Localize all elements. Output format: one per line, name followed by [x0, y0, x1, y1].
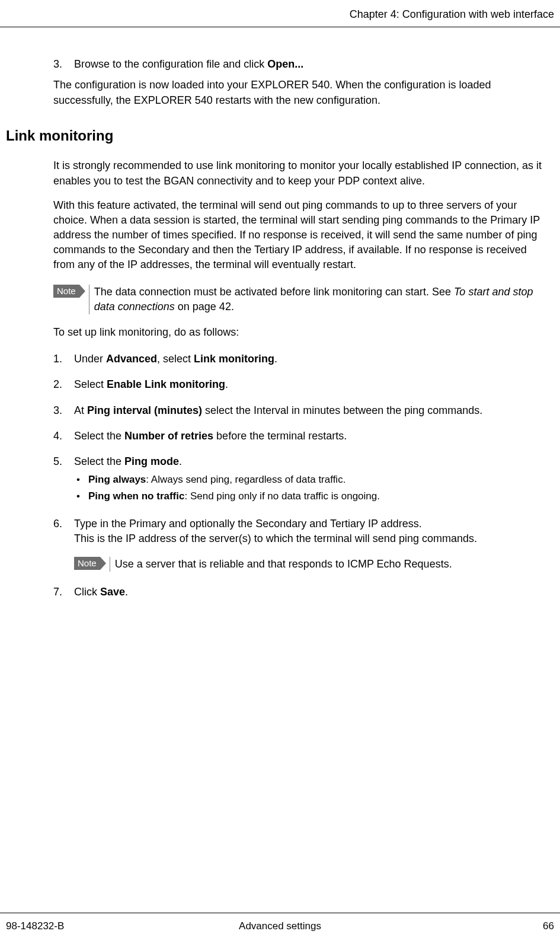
bullet-item: •Ping when no traffic: Send ping only if… — [74, 489, 548, 503]
step-body: Click Save. — [74, 585, 548, 600]
text: : Send ping only if no data traffic is o… — [184, 490, 380, 502]
step-number: 3. — [53, 403, 74, 418]
step-body: Browse to the configuration file and cli… — [74, 57, 548, 72]
text: Save — [100, 586, 125, 598]
text: . — [125, 586, 128, 598]
text: Link monitoring — [194, 353, 274, 365]
footer-section: Advanced settings — [239, 919, 321, 933]
text: Under — [74, 353, 106, 365]
note-label: Note — [74, 557, 100, 570]
step-body: At Ping interval (minutes) select the In… — [74, 403, 548, 418]
bullet-item: •Ping always: Always send ping, regardle… — [74, 473, 548, 487]
note-block: NoteUse a server that is reliable and th… — [74, 557, 548, 572]
page-number: 66 — [543, 919, 554, 933]
text: Enable Link monitoring — [107, 378, 225, 390]
page-header: Chapter 4: Configuration with web interf… — [0, 0, 560, 27]
setup-intro: To set up link monitoring, do as follows… — [53, 325, 548, 340]
text: Number of retries — [124, 430, 213, 442]
step-number: 7. — [53, 585, 74, 600]
text: Advanced — [106, 353, 157, 365]
intro-paragraph: The configuration is now loaded into you… — [53, 78, 548, 107]
step-body: Type in the Primary and optionally the S… — [74, 517, 548, 575]
step-body: Under Advanced, select Link monitoring. — [74, 352, 548, 366]
bullet-dot: • — [74, 489, 88, 503]
text: Select — [74, 378, 107, 390]
text: , select — [157, 353, 194, 365]
note-block-1: Note The data connection must be activat… — [53, 285, 548, 314]
text: . — [179, 455, 182, 467]
step-number: 4. — [53, 429, 74, 444]
text: Select the — [74, 455, 124, 467]
text: Ping always — [88, 474, 146, 485]
step-6: 6.Type in the Primary and optionally the… — [53, 517, 548, 575]
text: Type in the Primary and optionally the S… — [74, 518, 422, 530]
text: select the Interval in minutes between t… — [202, 404, 482, 416]
text: Click — [74, 586, 100, 598]
step-number: 3. — [53, 57, 74, 72]
text: on page 42. — [175, 301, 234, 313]
paragraph-2: With this feature activated, the termina… — [53, 198, 548, 273]
text: before the terminal restarts. — [213, 430, 347, 442]
intro-step-3: 3. Browse to the configuration file and … — [53, 57, 548, 72]
step-number: 5. — [53, 454, 74, 506]
section-heading: Link monitoring — [6, 126, 554, 146]
step-number: 2. — [53, 377, 74, 392]
note-text: The data connection must be activated be… — [89, 285, 548, 314]
text: Ping mode — [124, 455, 179, 467]
step-3: 3.At Ping interval (minutes) select the … — [53, 403, 548, 418]
step-number: 6. — [53, 517, 74, 575]
note-text: Use a server that is reliable and that r… — [110, 557, 548, 572]
page-content: 3. Browse to the configuration file and … — [0, 27, 560, 600]
open-label: Open... — [267, 58, 303, 70]
bullet-list: •Ping always: Always send ping, regardle… — [74, 473, 548, 503]
steps-list: 1.Under Advanced, select Link monitoring… — [53, 352, 548, 600]
text: Ping when no traffic — [88, 490, 184, 502]
paragraph-1: It is strongly recommended to use link m… — [53, 158, 548, 188]
step-1: 1.Under Advanced, select Link monitoring… — [53, 352, 548, 366]
text: : Always send ping, regardless of data t… — [146, 474, 345, 485]
doc-number: 98-148232-B — [6, 919, 64, 933]
text: . — [274, 353, 277, 365]
step-7: 7.Click Save. — [53, 585, 548, 600]
text: Select the — [74, 430, 124, 442]
bullet-dot: • — [74, 473, 88, 487]
text: The data connection must be activated be… — [94, 286, 454, 298]
step-2: 2.Select Enable Link monitoring. — [53, 377, 548, 392]
note-label: Note — [53, 285, 79, 298]
step-body: Select Enable Link monitoring. — [74, 377, 548, 392]
text: At — [74, 404, 87, 416]
text: . — [225, 378, 228, 390]
step-4: 4.Select the Number of retries before th… — [53, 429, 548, 444]
step-number: 1. — [53, 352, 74, 366]
text: Ping interval (minutes) — [87, 404, 202, 416]
chapter-label: Chapter 4: Configuration with web interf… — [350, 8, 554, 20]
step-body: Select the Ping mode.•Ping always: Alway… — [74, 454, 548, 506]
text: Browse to the configuration file and cli… — [74, 58, 267, 70]
page-footer: 98-148232-B Advanced settings 66 — [0, 913, 560, 950]
step-5: 5.Select the Ping mode.•Ping always: Alw… — [53, 454, 548, 506]
step-body: Select the Number of retries before the … — [74, 429, 548, 444]
text: This is the IP address of the server(s) … — [74, 531, 548, 546]
